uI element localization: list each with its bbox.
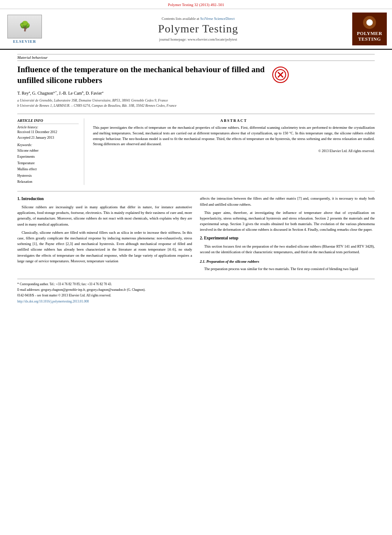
author-t-rey: T. Rey (17, 91, 29, 96)
keyword-5: Hysteresis (17, 173, 79, 179)
author-superscript-a3: a (102, 90, 103, 94)
author-superscript-b: b (82, 90, 84, 94)
section1-para4: This paper aims, therefore, at investiga… (200, 210, 375, 233)
abstract-title: ABSTRACT (93, 118, 375, 123)
affiliations: a Université de Grenoble, Laboratoire 3S… (17, 98, 375, 108)
author-g-chagnon: G. Chagnon (32, 91, 53, 96)
left-body-col: 1. Introduction Silicone rubbers are inc… (17, 196, 192, 274)
received-date: Received 11 December 2012 (17, 130, 79, 134)
history-label: Article history: (17, 125, 79, 129)
polymer-testing-badge: ⬤ POLYMER TESTING (352, 13, 387, 45)
elsevier-brand: ELSEVIER (13, 39, 36, 44)
section2-1-para1: The preparation process was similar for … (200, 266, 375, 272)
abstract-section: ABSTRACT This paper investigates the eff… (93, 118, 375, 185)
author-d-favier: D. Favier (86, 91, 102, 96)
section1-para2: Classically, silicone rubbers are filled… (17, 230, 192, 264)
badge-title-line2: TESTING (358, 36, 381, 42)
footnotes: * Corresponding author. Tel.: +33 4 76 8… (17, 279, 375, 304)
affiliation-a: a Université de Grenoble, Laboratoire 3S… (17, 98, 375, 103)
keyword-4: Mullins effect (17, 166, 79, 172)
author-superscript-a: a (29, 90, 30, 94)
abstract-copyright: © 2013 Elsevier Ltd. All rights reserved… (93, 149, 375, 154)
article-category: Material behaviour (17, 54, 375, 61)
footnote-issn: 0142-9418/$ – see front matter © 2013 El… (17, 293, 375, 298)
abstract-body: This paper investigates the effects of t… (93, 125, 375, 146)
crossmark-badge (272, 67, 289, 83)
keywords-section: Keywords: Silicone rubber Experiments Te… (17, 143, 79, 185)
elsevier-logo: 🌳 ELSEVIER (5, 13, 44, 45)
footnote-doi[interactable]: http://dx.doi.org/10.1016/j.polymertesti… (17, 299, 375, 304)
section1-para1: Silicone rubbers are increasingly used i… (17, 204, 192, 227)
badge-logo-icon: ⬤ (363, 16, 376, 29)
elsevier-tree-icon: 🌳 (19, 22, 31, 31)
section-divider (17, 191, 375, 191)
accepted-date: Accepted 21 January 2013 (17, 136, 79, 140)
article-info-abstract-row: ARTICLE INFO Article history: Received 1… (17, 114, 375, 185)
crossmark-icon (274, 69, 287, 81)
affiliation-b: b Université de Rennes 1, LARMAUR. – CNR… (17, 103, 375, 108)
journal-ref-text: Polymer Testing 32 (2013) 492–501 (168, 3, 224, 7)
author-jb-lecam: J.-B. Le Cam (59, 91, 82, 96)
journal-homepage: journal homepage: www.elsevier.com/locat… (159, 37, 237, 41)
section2-1-heading: 2.1. Preparation of the silicone rubbers (200, 259, 375, 264)
journal-title: Polymer Testing (158, 22, 238, 35)
article-title: Influence of the temperature on the mech… (17, 64, 268, 86)
footnote-doi-text: http://dx.doi.org/10.1016/j.polymertesti… (17, 299, 89, 303)
sciverse-link[interactable]: SciVerse ScienceDirect (200, 16, 235, 21)
article-info-title: ARTICLE INFO (17, 118, 79, 124)
keywords-list: Silicone rubber Experiments Temperature … (17, 148, 79, 185)
keywords-label: Keywords: (17, 143, 79, 147)
authors: T. Reya, G. Chagnona,*, J.-B. Le Camb, D… (17, 90, 375, 96)
section2-heading: 2. Experimental setup (200, 235, 375, 242)
body-columns: 1. Introduction Silicone rubbers are inc… (17, 196, 375, 274)
journal-center-info: Contents lists available at SciVerse Sci… (48, 13, 348, 45)
keyword-6: Relaxation (17, 179, 79, 185)
author-superscript-a2: a,* (53, 90, 57, 94)
main-content: Material behaviour Influence of the temp… (0, 50, 392, 309)
elsevier-logo-box: 🌳 (7, 15, 42, 38)
section2-para1: This section focuses first on the prepar… (200, 244, 375, 255)
footnote-email: E-mail addresses: gregory.chagnon@grenob… (17, 287, 375, 292)
right-body-col: affects the interaction between the fill… (200, 196, 375, 274)
section1-para3: affects the interaction between the fill… (200, 196, 375, 207)
sciverse-line: Contents lists available at SciVerse Sci… (162, 16, 235, 21)
section1-heading: 1. Introduction (17, 196, 192, 202)
badge-title-line1: POLYMER (357, 31, 382, 36)
journal-header: 🌳 ELSEVIER Contents lists available at S… (0, 9, 392, 50)
journal-reference: Polymer Testing 32 (2013) 492–501 (0, 0, 392, 9)
keyword-2: Experiments (17, 154, 79, 160)
abstract-text: This paper investigates the effects of t… (93, 125, 375, 154)
keyword-1: Silicone rubber (17, 148, 79, 154)
footnote-corresponding: * Corresponding author. Tel.: +33 4 76 8… (17, 282, 375, 287)
title-row: Influence of the temperature on the mech… (17, 64, 375, 90)
keyword-3: Temperature (17, 160, 79, 166)
article-info-panel: ARTICLE INFO Article history: Received 1… (17, 118, 84, 185)
